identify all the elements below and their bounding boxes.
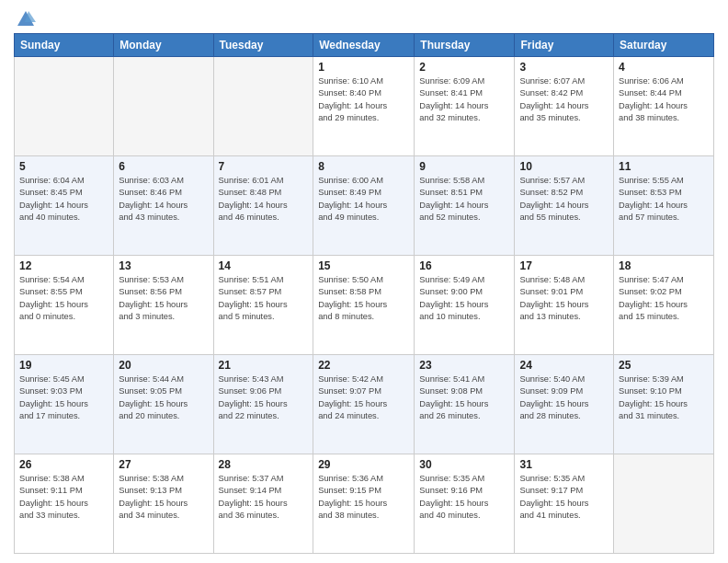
calendar-row: 26Sunrise: 5:38 AM Sunset: 9:11 PM Dayli…	[15, 454, 714, 554]
day-info: Sunrise: 6:04 AM Sunset: 8:45 PM Dayligh…	[19, 175, 108, 224]
calendar-row: 19Sunrise: 5:45 AM Sunset: 9:03 PM Dayli…	[15, 355, 714, 454]
day-info: Sunrise: 5:43 AM Sunset: 9:06 PM Dayligh…	[219, 373, 309, 423]
column-header-saturday: Saturday	[614, 34, 714, 57]
calendar-cell: 6Sunrise: 6:03 AM Sunset: 8:46 PM Daylig…	[114, 156, 213, 256]
day-info: Sunrise: 5:55 AM Sunset: 8:53 PM Dayligh…	[619, 175, 709, 224]
calendar-cell: 18Sunrise: 5:47 AM Sunset: 9:02 PM Dayli…	[614, 256, 714, 355]
calendar-cell: 7Sunrise: 6:01 AM Sunset: 8:48 PM Daylig…	[213, 156, 313, 256]
calendar-cell: 30Sunrise: 5:35 AM Sunset: 9:16 PM Dayli…	[415, 454, 515, 554]
day-number: 8	[318, 160, 409, 173]
calendar-cell: 21Sunrise: 5:43 AM Sunset: 9:06 PM Dayli…	[213, 355, 313, 454]
day-number: 23	[419, 359, 509, 372]
calendar-cell: 8Sunrise: 6:00 AM Sunset: 8:49 PM Daylig…	[313, 156, 415, 256]
day-info: Sunrise: 6:10 AM Sunset: 8:40 PM Dayligh…	[318, 75, 409, 125]
day-number: 15	[318, 259, 409, 272]
day-number: 29	[318, 458, 409, 471]
calendar-cell: 26Sunrise: 5:38 AM Sunset: 9:11 PM Dayli…	[15, 454, 114, 554]
calendar-header-row: SundayMondayTuesdayWednesdayThursdayFrid…	[15, 34, 714, 57]
day-number: 26	[19, 458, 108, 471]
day-number: 13	[119, 259, 208, 272]
day-info: Sunrise: 5:49 AM Sunset: 9:00 PM Dayligh…	[419, 274, 509, 324]
calendar-cell: 24Sunrise: 5:40 AM Sunset: 9:09 PM Dayli…	[515, 355, 614, 454]
day-number: 5	[19, 160, 108, 173]
day-number: 12	[19, 259, 108, 272]
day-info: Sunrise: 6:07 AM Sunset: 8:42 PM Dayligh…	[519, 75, 609, 125]
calendar-cell: 31Sunrise: 5:35 AM Sunset: 9:17 PM Dayli…	[515, 454, 614, 554]
day-info: Sunrise: 5:41 AM Sunset: 9:08 PM Dayligh…	[419, 373, 509, 423]
calendar-cell: 17Sunrise: 5:48 AM Sunset: 9:01 PM Dayli…	[515, 256, 614, 355]
day-number: 2	[419, 61, 509, 74]
day-info: Sunrise: 6:03 AM Sunset: 8:46 PM Dayligh…	[119, 175, 208, 224]
calendar-cell: 23Sunrise: 5:41 AM Sunset: 9:08 PM Dayli…	[415, 355, 515, 454]
logo-icon	[16, 9, 36, 29]
page: SundayMondayTuesdayWednesdayThursdayFrid…	[0, 0, 728, 563]
calendar-cell: 11Sunrise: 5:55 AM Sunset: 8:53 PM Dayli…	[614, 156, 714, 256]
day-info: Sunrise: 5:54 AM Sunset: 8:55 PM Dayligh…	[19, 274, 108, 324]
calendar-cell: 9Sunrise: 5:58 AM Sunset: 8:51 PM Daylig…	[415, 156, 515, 256]
calendar-cell: 5Sunrise: 6:04 AM Sunset: 8:45 PM Daylig…	[15, 156, 114, 256]
column-header-monday: Monday	[114, 34, 213, 57]
column-header-friday: Friday	[515, 34, 614, 57]
calendar-cell: 16Sunrise: 5:49 AM Sunset: 9:00 PM Dayli…	[415, 256, 515, 355]
day-number: 19	[19, 359, 108, 372]
day-number: 28	[219, 458, 309, 471]
day-info: Sunrise: 5:44 AM Sunset: 9:05 PM Dayligh…	[119, 373, 208, 423]
day-info: Sunrise: 6:06 AM Sunset: 8:44 PM Dayligh…	[619, 75, 709, 125]
calendar-cell: 13Sunrise: 5:53 AM Sunset: 8:56 PM Dayli…	[114, 256, 213, 355]
calendar-cell	[614, 454, 714, 554]
day-info: Sunrise: 5:40 AM Sunset: 9:09 PM Dayligh…	[519, 373, 609, 423]
day-number: 17	[519, 259, 609, 272]
logo	[14, 9, 36, 26]
calendar-cell: 15Sunrise: 5:50 AM Sunset: 8:58 PM Dayli…	[313, 256, 415, 355]
day-number: 9	[419, 160, 509, 173]
calendar-row: 1Sunrise: 6:10 AM Sunset: 8:40 PM Daylig…	[15, 57, 714, 156]
day-number: 22	[318, 359, 409, 372]
day-number: 30	[419, 458, 509, 471]
calendar-cell: 22Sunrise: 5:42 AM Sunset: 9:07 PM Dayli…	[313, 355, 415, 454]
day-info: Sunrise: 5:57 AM Sunset: 8:52 PM Dayligh…	[519, 175, 609, 224]
day-info: Sunrise: 5:45 AM Sunset: 9:03 PM Dayligh…	[19, 373, 108, 423]
day-number: 21	[219, 359, 309, 372]
day-info: Sunrise: 5:50 AM Sunset: 8:58 PM Dayligh…	[318, 274, 409, 324]
day-info: Sunrise: 6:01 AM Sunset: 8:48 PM Dayligh…	[219, 175, 309, 224]
header	[14, 9, 714, 26]
day-info: Sunrise: 5:36 AM Sunset: 9:15 PM Dayligh…	[318, 473, 409, 523]
day-number: 1	[318, 61, 409, 74]
calendar-row: 5Sunrise: 6:04 AM Sunset: 8:45 PM Daylig…	[15, 156, 714, 256]
calendar-cell: 20Sunrise: 5:44 AM Sunset: 9:05 PM Dayli…	[114, 355, 213, 454]
day-info: Sunrise: 5:48 AM Sunset: 9:01 PM Dayligh…	[519, 274, 609, 324]
calendar-cell	[114, 57, 213, 156]
day-info: Sunrise: 5:58 AM Sunset: 8:51 PM Dayligh…	[419, 175, 509, 224]
calendar-cell: 29Sunrise: 5:36 AM Sunset: 9:15 PM Dayli…	[313, 454, 415, 554]
calendar-cell: 12Sunrise: 5:54 AM Sunset: 8:55 PM Dayli…	[15, 256, 114, 355]
day-info: Sunrise: 5:51 AM Sunset: 8:57 PM Dayligh…	[219, 274, 309, 324]
calendar-cell	[213, 57, 313, 156]
calendar-cell: 3Sunrise: 6:07 AM Sunset: 8:42 PM Daylig…	[515, 57, 614, 156]
calendar-cell: 1Sunrise: 6:10 AM Sunset: 8:40 PM Daylig…	[313, 57, 415, 156]
day-info: Sunrise: 5:47 AM Sunset: 9:02 PM Dayligh…	[619, 274, 709, 324]
day-number: 3	[519, 61, 609, 74]
day-number: 24	[519, 359, 609, 372]
day-info: Sunrise: 5:38 AM Sunset: 9:11 PM Dayligh…	[19, 473, 108, 523]
day-number: 10	[519, 160, 609, 173]
day-info: Sunrise: 5:39 AM Sunset: 9:10 PM Dayligh…	[619, 373, 709, 423]
day-number: 7	[219, 160, 309, 173]
day-number: 16	[419, 259, 509, 272]
calendar-cell: 25Sunrise: 5:39 AM Sunset: 9:10 PM Dayli…	[614, 355, 714, 454]
day-number: 11	[619, 160, 709, 173]
calendar-cell: 19Sunrise: 5:45 AM Sunset: 9:03 PM Dayli…	[15, 355, 114, 454]
day-number: 4	[619, 61, 709, 74]
day-info: Sunrise: 5:37 AM Sunset: 9:14 PM Dayligh…	[219, 473, 309, 523]
calendar-row: 12Sunrise: 5:54 AM Sunset: 8:55 PM Dayli…	[15, 256, 714, 355]
day-number: 31	[519, 458, 609, 471]
day-number: 18	[619, 259, 709, 272]
calendar-cell: 10Sunrise: 5:57 AM Sunset: 8:52 PM Dayli…	[515, 156, 614, 256]
day-info: Sunrise: 5:53 AM Sunset: 8:56 PM Dayligh…	[119, 274, 208, 324]
column-header-thursday: Thursday	[415, 34, 515, 57]
calendar-table: SundayMondayTuesdayWednesdayThursdayFrid…	[14, 33, 714, 554]
day-number: 20	[119, 359, 208, 372]
day-info: Sunrise: 6:09 AM Sunset: 8:41 PM Dayligh…	[419, 75, 509, 125]
day-info: Sunrise: 5:35 AM Sunset: 9:17 PM Dayligh…	[519, 473, 609, 523]
calendar-cell: 14Sunrise: 5:51 AM Sunset: 8:57 PM Dayli…	[213, 256, 313, 355]
day-info: Sunrise: 5:38 AM Sunset: 9:13 PM Dayligh…	[119, 473, 208, 523]
